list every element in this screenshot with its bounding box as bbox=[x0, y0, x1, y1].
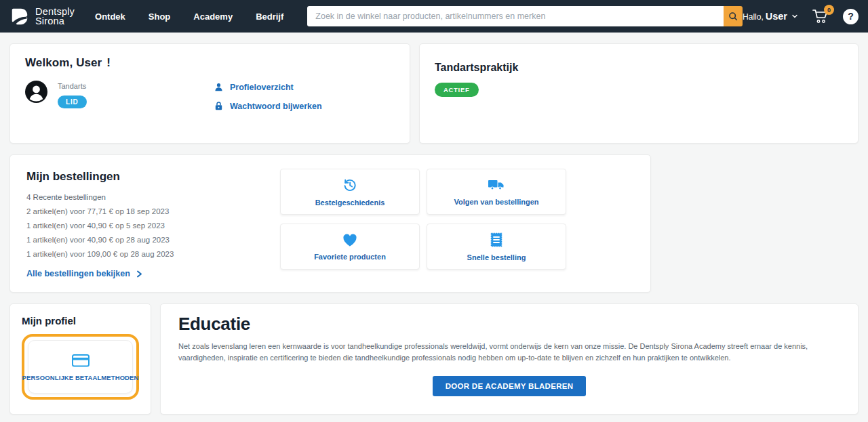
education-card: Educatie Net zoals levenslang leren een … bbox=[160, 303, 859, 415]
order-history-tile[interactable]: Bestelgeschiedenis bbox=[280, 169, 420, 215]
brand-mark-icon bbox=[9, 6, 30, 26]
favorite-products-tile[interactable]: Favoriete producten bbox=[280, 224, 420, 270]
question-mark-icon: ? bbox=[848, 11, 854, 22]
order-shortcuts: Bestelgeschiedenis Volgen van bestelling… bbox=[280, 169, 566, 270]
history-icon bbox=[342, 177, 358, 193]
cart-button[interactable]: 0 bbox=[812, 8, 829, 24]
nav-link-shop[interactable]: Shop bbox=[149, 12, 171, 22]
brand-text: Dentsply Sirona bbox=[35, 7, 75, 26]
practice-card: Tandartspraktijk ACTIEF bbox=[419, 43, 859, 144]
nav-link-ontdek[interactable]: Ontdek bbox=[95, 12, 125, 22]
bottom-row: Mijn profiel PERSOONLIJKE BETAALMETHODEN… bbox=[9, 303, 859, 415]
welcome-title: Welkom, User! bbox=[25, 56, 395, 70]
practice-title: Tandartspraktijk bbox=[435, 62, 843, 74]
user-name: User bbox=[766, 11, 787, 22]
truck-icon bbox=[488, 177, 505, 192]
profile-overview-link[interactable]: Profieloverzicht bbox=[214, 82, 322, 92]
user-menu[interactable]: Hallo, User bbox=[743, 11, 798, 22]
user-summary: Tandarts LID bbox=[25, 81, 214, 111]
avatar bbox=[25, 81, 47, 103]
dentsply-sirona-logo[interactable]: Dentsply Sirona bbox=[9, 6, 75, 26]
top-row: Welkom, User! Tandarts LID bbox=[9, 43, 859, 144]
chevron-down-icon bbox=[791, 13, 798, 20]
account-links: Profieloverzicht Wachtwoord bijwerken bbox=[214, 81, 322, 111]
credit-card-icon bbox=[71, 353, 90, 368]
update-password-link[interactable]: Wachtwoord bijwerken bbox=[214, 101, 322, 111]
lock-icon bbox=[214, 101, 224, 111]
education-description: Net zoals levenslang leren een kernwaard… bbox=[178, 341, 840, 364]
search-bar bbox=[307, 6, 743, 26]
profile-card: Mijn profiel PERSOONLIJKE BETAALMETHODEN bbox=[9, 303, 151, 415]
heart-icon bbox=[342, 232, 358, 247]
profile-title: Mijn profiel bbox=[22, 315, 139, 326]
chevron-right-icon bbox=[136, 270, 142, 278]
search-input[interactable] bbox=[307, 6, 724, 26]
user-role: Tandarts bbox=[58, 82, 87, 90]
main-content: Welkom, User! Tandarts LID bbox=[0, 33, 868, 415]
status-badge: ACTIEF bbox=[435, 83, 479, 97]
personal-payment-methods-tile[interactable]: PERSOONLIJKE BETAALMETHODEN bbox=[28, 340, 133, 394]
orders-card: Mijn bestellingen 4 Recente bestellingen… bbox=[9, 154, 651, 293]
navbar-right: Hallo, User 0 ? bbox=[743, 8, 859, 24]
quick-order-icon bbox=[489, 232, 504, 248]
quick-order-tile[interactable]: Snelle bestelling bbox=[427, 224, 566, 270]
search-button[interactable] bbox=[724, 6, 743, 26]
browse-academy-button[interactable]: DOOR DE ACADEMY BLADEREN bbox=[433, 376, 587, 396]
top-navbar: Dentsply Sirona Ontdek Shop Academy Bedr… bbox=[0, 0, 868, 33]
user-greeting: Hallo, bbox=[743, 12, 764, 22]
membership-badge: LID bbox=[58, 96, 87, 108]
nav-link-academy[interactable]: Academy bbox=[193, 12, 233, 22]
search-icon bbox=[728, 11, 738, 22]
welcome-card: Welkom, User! Tandarts LID bbox=[9, 43, 410, 144]
education-title: Educatie bbox=[178, 314, 840, 335]
cart-badge: 0 bbox=[824, 5, 834, 15]
view-all-orders-link[interactable]: Alle bestellingen bekijken bbox=[26, 269, 634, 278]
nav-link-bedrijf[interactable]: Bedrijf bbox=[256, 12, 283, 22]
help-button[interactable]: ? bbox=[843, 9, 859, 24]
highlight-ring: PERSOONLIJKE BETAALMETHODEN bbox=[22, 334, 139, 400]
order-tracking-tile[interactable]: Volgen van bestellingen bbox=[427, 169, 566, 215]
person-icon bbox=[214, 82, 224, 92]
main-nav: Ontdek Shop Academy Bedrijf bbox=[95, 12, 283, 22]
orders-row: Mijn bestellingen 4 Recente bestellingen… bbox=[9, 154, 859, 293]
